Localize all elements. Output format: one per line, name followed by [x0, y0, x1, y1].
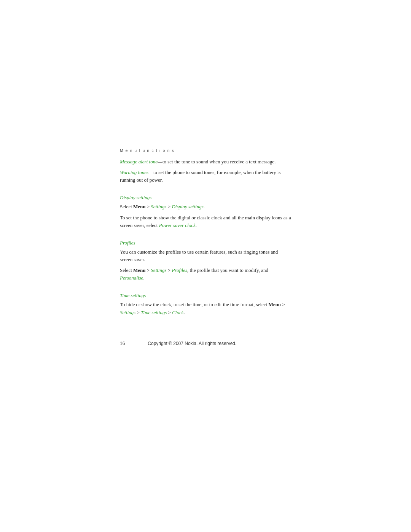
display-settings-arrow1: >: [146, 204, 151, 209]
section-label: M e n u f u n c t i o n s: [120, 149, 291, 153]
display-settings-dot2: .: [196, 222, 197, 228]
time-settings-arrow1: >: [281, 302, 285, 307]
time-settings-menu: Menu: [268, 302, 281, 307]
profiles-menu: Menu: [133, 267, 146, 273]
display-settings-select: Select: [120, 204, 133, 209]
power-saver-clock: Power saver clock: [159, 222, 196, 228]
profiles-line2: Select Menu > Settings > Profiles, the p…: [120, 267, 291, 282]
display-settings-settings: Settings: [151, 204, 166, 209]
display-settings-menu: Menu: [133, 204, 146, 209]
content-area: M e n u f u n c t i o n s Message alert …: [120, 149, 291, 320]
time-settings-arrow3: >: [167, 310, 172, 315]
display-settings-line2: To set the phone to show the digital or …: [120, 214, 291, 229]
warning-tones-label: Warning tones: [120, 169, 148, 175]
time-settings-line1: To hide or show the clock, to set the ti…: [120, 301, 291, 316]
footer: 16 Copyright © 2007 Nokia. All rights re…: [120, 341, 291, 346]
display-settings-dot1: .: [204, 204, 205, 209]
profiles-line1: You can customize the profiles to use ce…: [120, 248, 291, 264]
profiles-select: Select: [120, 267, 133, 273]
time-settings-heading: Time settings: [120, 292, 291, 299]
time-settings-clock: Clock: [172, 310, 183, 315]
copyright-text: Copyright © 2007 Nokia. All rights reser…: [148, 341, 236, 346]
profiles-personalise: Personalise: [120, 275, 143, 281]
profiles-settings: Settings: [151, 267, 166, 273]
message-alert-tone-text: —to set the tone to sound when you recei…: [158, 159, 276, 165]
profiles-mid3: , the profile that you want to modify, a…: [187, 267, 268, 273]
display-settings-name: Display settings: [172, 204, 203, 209]
page: M e n u f u n c t i o n s Message alert …: [0, 0, 411, 532]
profiles-dot: .: [143, 275, 144, 281]
profiles-heading: Profiles: [120, 240, 291, 246]
warning-tones-paragraph: Warning tones—to set the phone to sound …: [120, 169, 291, 184]
display-settings-heading: Display settings: [120, 195, 291, 201]
page-number: 16: [120, 341, 125, 346]
message-alert-tone-paragraph: Message alert tone—to set the tone to so…: [120, 158, 291, 166]
profiles-arrow2: >: [167, 267, 172, 273]
time-settings-desc: To hide or show the clock, to set the ti…: [120, 302, 268, 307]
time-settings-settings: Settings: [120, 310, 135, 315]
time-settings-dot: .: [183, 310, 185, 315]
display-settings-desc: To set the phone to show the digital or …: [120, 215, 291, 228]
profiles-arrow1: >: [146, 267, 151, 273]
display-settings-line1: Select Menu > Settings > Display setting…: [120, 203, 291, 211]
display-settings-arrow2: >: [167, 204, 172, 209]
message-alert-tone-label: Message alert tone: [120, 159, 158, 165]
time-settings-arrow2: >: [135, 310, 141, 315]
time-settings-name: Time settings: [141, 310, 167, 315]
profiles-name: Profiles: [172, 267, 187, 273]
